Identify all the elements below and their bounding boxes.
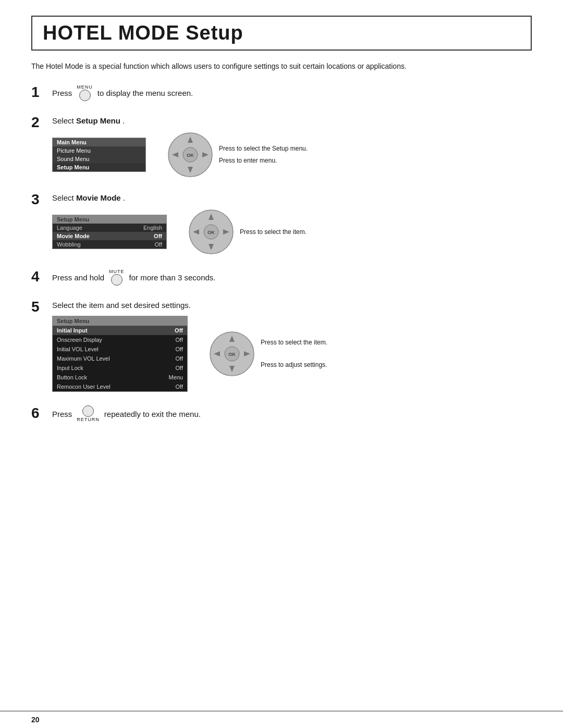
step-1-inline: Press MENU to display the menu screen. [52,84,532,101]
hotel-row-button-lock: Button Lock Menu [53,373,187,382]
svg-text:OK: OK [228,352,236,357]
hotel-row-input-lock-value: Off [176,365,183,371]
footer-page-number: 20 [31,715,40,724]
hotel-row-max-vol-value: Off [176,355,183,362]
hotel-row-max-vol-label: Maximum VOL Level [57,355,110,362]
hotel-row-input-lock: Input Lock Off [53,363,187,373]
hotel-row-initial-vol-label: Initial VOL Level [57,346,99,352]
step-2-dpad-area: OK Press to select the Setup menu. Pr [167,131,308,178]
mute-button-label: MUTE [109,269,125,274]
hotel-row-remocon: Remocon User Level Off [53,382,187,391]
dpad-step2: OK [167,131,214,178]
setup-row-movie: Movie Mode Off [53,232,166,240]
return-button-label: RETURN [77,417,100,422]
step-4-number: 4 [31,269,52,285]
svg-text:OK: OK [187,153,194,158]
step-5-text: Select the item and set desired settings… [52,301,191,310]
mute-button-inline: MUTE [109,269,125,286]
setup-row-wobbling-label: Wobbling [57,241,81,248]
setup-row-movie-label: Movie Mode [57,233,90,239]
step-3-hints: Press to select the item. [240,226,307,238]
svg-text:OK: OK [207,230,215,235]
step-2-hint1: Press to select the Setup menu. [219,143,308,155]
mute-button-circle [111,274,123,286]
step-5: 5 Select the item and set desired settin… [31,299,532,392]
return-button-circle [82,405,94,417]
hotel-row-onscreen: Onscreen Display Off [53,335,187,344]
hotel-row-initial-vol-value: Off [176,346,183,352]
setup-row-wobbling: Wobbling Off [53,240,166,249]
step-1-number: 1 [31,84,52,101]
hotel-menu-screen: Setup Menu Initial Input Off Onscreen Di… [52,316,188,392]
setup-menu-header: Setup Menu [53,215,166,224]
step-6-number: 6 [31,405,52,422]
hotel-row-initial-input-value: Off [175,327,183,334]
setup-row-language: Language English [53,224,166,232]
step-1-text-before: Press [52,89,72,97]
hotel-row-remocon-label: Remocon User Level [57,384,111,390]
step-4-text-after: for more than 3 seconds. [129,273,216,282]
step-3-diagram: Setup Menu Language English Movie Mode O… [52,208,532,255]
setup-row-wobbling-value: Off [155,241,162,248]
step-5-dpad-top: OK Press to select the item. Press to ad… [209,330,327,377]
dpad-step3: OK [188,208,235,255]
page-container: HOTEL MODE Setup The Hotel Mode is a spe… [0,0,563,456]
menu-row-sound-label: Sound Menu [57,156,89,162]
step-5-label: Select the item and set desired settings… [52,299,532,312]
step-1: 1 Press MENU to display the menu screen. [31,84,532,101]
step-5-hint2: Press to adjust settings. [261,359,327,371]
step-2-number: 2 [31,115,52,131]
menu-button-inline: MENU [77,84,93,101]
hotel-row-button-lock-label: Button Lock [57,374,87,380]
hotel-row-max-vol: Maximum VOL Level Off [53,354,187,363]
setup-menu-screen: Setup Menu Language English Movie Mode O… [52,215,167,249]
menu-row-picture-label: Picture Menu [57,147,91,154]
setup-row-language-label: Language [57,225,82,231]
setup-row-movie-value: Off [154,233,162,239]
dpad-step5: OK [209,330,255,377]
step-3-text: Select [52,193,74,202]
step-2-bold: Setup Menu [76,116,120,125]
setup-row-language-value: English [143,225,162,231]
main-menu-header: Main Menu [53,138,145,146]
step-3-period: . [123,193,125,202]
menu-row-sound: Sound Menu [53,155,145,163]
step-3-content: Select Movie Mode . Setup Menu Language … [52,192,532,255]
menu-row-setup-label: Setup Menu [57,164,89,170]
step-6-inline: Press RETURN repeatedly to exit the menu… [52,405,532,422]
step-5-content: Select the item and set desired settings… [52,299,532,392]
step-5-hints: Press to select the item. Press to adjus… [261,337,327,371]
hotel-row-onscreen-value: Off [176,337,183,343]
intro-text: The Hotel Mode is a special function whi… [31,61,532,72]
step-2-hint2: Press to enter menu. [219,155,308,167]
step-2-hints: Press to select the Setup menu. Press to… [219,143,308,167]
footer: 20 [0,711,563,728]
menu-button-circle [79,90,91,101]
step-3-dpad-area: OK Press to select the item. [188,208,307,255]
step-4-text-before: Press and hold [52,273,104,282]
hotel-menu-header: Setup Menu [53,316,187,326]
hotel-row-initial-input-label: Initial Input [57,327,88,334]
hotel-row-remocon-value: Off [176,384,183,390]
step-3-hint: Press to select the item. [240,226,307,238]
menu-row-setup: Setup Menu [53,163,145,171]
step-5-dpad-area: OK Press to select the item. Press to ad… [209,330,327,377]
step-2-diagram: Main Menu Picture Menu Sound Menu Setup … [52,131,532,178]
menu-row-picture: Picture Menu [53,146,145,155]
step-5-diagram: Setup Menu Initial Input Off Onscreen Di… [52,316,532,392]
step-5-hint1: Press to select the item. [261,337,327,349]
step-2-label: Select Setup Menu . [52,115,532,127]
step-3-label: Select Movie Mode . [52,192,532,204]
page-title: HOTEL MODE Setup [43,22,520,44]
step-6-text-after: repeatedly to exit the menu. [104,410,201,418]
step-6-content: Press RETURN repeatedly to exit the menu… [52,405,532,422]
step-2: 2 Select Setup Menu . Main Menu Picture … [31,115,532,178]
step-4-inline: Press and hold MUTE for more than 3 seco… [52,269,532,286]
hotel-row-input-lock-label: Input Lock [57,365,83,371]
hotel-row-button-lock-value: Menu [168,374,183,380]
return-button-inline: RETURN [77,405,100,422]
hotel-row-initial-input: Initial Input Off [53,326,187,335]
step-6-text-before: Press [52,410,72,418]
step-3: 3 Select Movie Mode . Setup Menu Languag… [31,192,532,255]
step-1-text-after: to display the menu screen. [97,89,193,97]
